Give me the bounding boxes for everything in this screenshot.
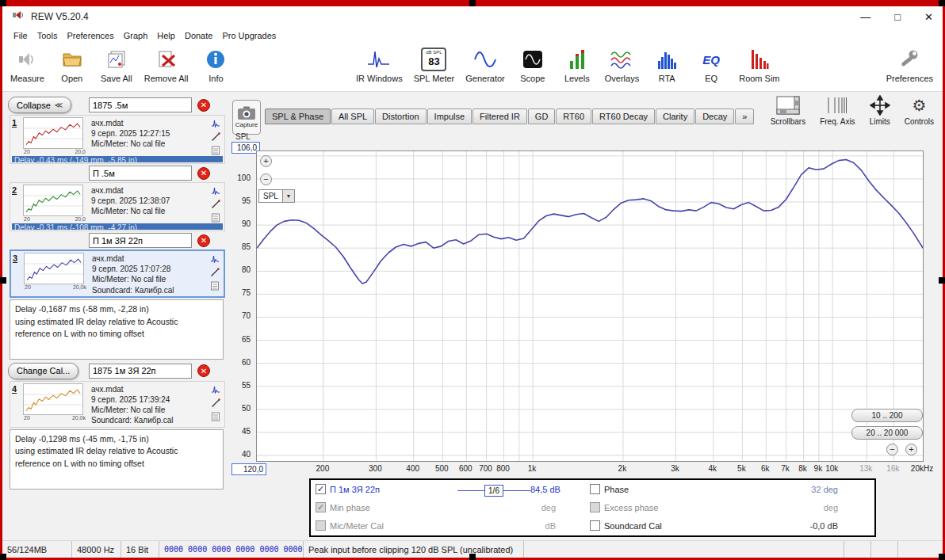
controls-button[interactable]: ⚙ Controls (905, 95, 934, 126)
measurement-4-name-input[interactable] (89, 364, 192, 379)
tab-filtered-ir[interactable]: Filtered IR (472, 109, 527, 124)
tab-more-chevron[interactable]: » (735, 109, 754, 124)
open-button[interactable]: Open (55, 47, 89, 83)
limits-button[interactable]: Limits (870, 95, 890, 126)
save-icon (105, 47, 128, 72)
scrollbars-button[interactable]: Scrollbars (771, 95, 805, 126)
measurement-1-name-input[interactable] (89, 97, 192, 112)
measurement-4-delete-button[interactable]: ✕ (197, 364, 210, 377)
menu-file[interactable]: File (9, 28, 33, 44)
measurement-3-card[interactable]: 3 2020,0k ачх.mdat 9 серп. 2025 17:07:28… (10, 250, 225, 298)
ir-window-icon[interactable] (211, 186, 220, 196)
capture-handle[interactable] (939, 277, 945, 284)
range-10-200-button[interactable]: 10 .. 200 (851, 409, 923, 422)
soundcard-cal-checkbox[interactable] (590, 520, 600, 531)
tab-gd[interactable]: GD (528, 109, 556, 124)
info-icon (205, 47, 227, 72)
trace-type-select[interactable]: SPL ▼ (258, 189, 295, 203)
min-phase-checkbox[interactable]: ✓ (316, 502, 326, 512)
overlays-button[interactable]: Overlays (605, 47, 639, 83)
measure-button[interactable]: Measure (10, 47, 44, 83)
capture-button[interactable]: Capture (232, 100, 261, 135)
trace-checkbox[interactable]: ✓ (316, 484, 326, 494)
y-zoom-out-button[interactable]: − (260, 173, 272, 185)
notes-icon[interactable] (210, 281, 220, 291)
capture-handle[interactable] (469, 554, 476, 560)
freq-axis-button[interactable]: Freq. Axis (820, 95, 855, 126)
smoothing-control[interactable]: 1/6 (457, 485, 530, 497)
soundcard-cal-label: Soundcard Cal (604, 521, 662, 531)
tab-rt60[interactable]: RT60 (556, 109, 591, 124)
preferences-button[interactable]: Preferences (886, 47, 933, 83)
measurement-2-info: ачх.mdat 9 серп. 2025 12:38:07 Mic/Meter… (86, 185, 209, 223)
capture-handle[interactable] (939, 554, 945, 560)
tab-distortion[interactable]: Distortion (375, 109, 426, 124)
rta-button[interactable]: RTA (650, 47, 683, 83)
minimize-button[interactable]: — (860, 11, 870, 23)
measurement-3-name-input[interactable] (89, 233, 192, 248)
menu-preferences[interactable]: Preferences (62, 28, 118, 44)
collapse-button[interactable]: Collapse≪ (8, 97, 71, 113)
menu-graph[interactable]: Graph (119, 28, 153, 44)
notes-icon[interactable] (211, 412, 220, 421)
measurement-2-name-input[interactable] (89, 166, 192, 181)
status-empty-cell (898, 541, 943, 558)
slope-icon[interactable] (211, 200, 220, 209)
generator-button[interactable]: Generator (465, 47, 505, 83)
phase-value: 32 deg (755, 485, 838, 494)
capture-handle[interactable] (939, 0, 945, 6)
x-zoom-out-button[interactable]: − (886, 444, 898, 455)
measurement-2-delete-button[interactable]: ✕ (197, 167, 210, 180)
levels-button[interactable]: Levels (560, 47, 594, 83)
ir-window-icon[interactable] (210, 254, 220, 264)
excess-phase-checkbox[interactable] (590, 502, 600, 512)
info-button[interactable]: Info (199, 47, 232, 83)
menu-tools[interactable]: Tools (33, 28, 63, 44)
ir-window-icon[interactable] (211, 119, 220, 128)
measurement-3-delete-button[interactable]: ✕ (197, 234, 210, 247)
slope-icon[interactable] (211, 398, 220, 408)
measurement-2-card[interactable]: 2 2020,0 ачх.mdat 9 серп. 2025 12:38:07 … (10, 182, 225, 231)
capture-handle[interactable] (0, 277, 6, 284)
eq-button[interactable]: EQ EQ (694, 47, 728, 83)
smoothing-value[interactable]: 1/6 (484, 485, 503, 497)
capture-handle[interactable] (0, 0, 6, 6)
spl-plot-area[interactable] (256, 150, 924, 462)
room-sim-button[interactable]: Room Sim (739, 47, 779, 83)
measurement-4-card[interactable]: 4 2020,0k ачх.mdat 9 серп. 2025 17:39:24… (10, 381, 225, 428)
maximize-button[interactable]: □ (894, 11, 901, 23)
save-all-button[interactable]: Save All (100, 47, 133, 83)
phase-checkbox[interactable] (590, 484, 600, 494)
y-zoom-in-button[interactable]: + (260, 155, 272, 167)
measurement-1-delete-button[interactable]: ✕ (197, 99, 210, 112)
tab-decay[interactable]: Decay (695, 109, 734, 124)
remove-all-button[interactable]: Remove All (144, 47, 189, 83)
scope-button[interactable]: Scope (516, 47, 549, 83)
capture-handle[interactable] (0, 554, 6, 560)
ir-windows-button[interactable]: IR Windows (356, 47, 403, 83)
slope-icon[interactable] (211, 132, 220, 142)
range-20-20000-button[interactable]: 20 .. 20 000 (851, 426, 923, 440)
tab-clarity[interactable]: Clarity (656, 109, 694, 124)
y-tick-label: 45 (242, 427, 251, 436)
capture-handle[interactable] (469, 0, 476, 6)
x-zoom-in-button[interactable]: + (905, 444, 917, 455)
menu-pro-upgrades[interactable]: Pro Upgrades (217, 28, 281, 44)
mic-cal-checkbox[interactable] (316, 520, 326, 531)
slope-icon[interactable] (210, 268, 220, 277)
title-bar: REW V5.20.4 — □ ✕ (2, 6, 943, 27)
notes-icon[interactable] (211, 213, 220, 223)
tab-spl-phase[interactable]: SPL & Phase (265, 109, 331, 124)
measurement-1-card[interactable]: 1 2020,0 ачх.mdat 9 серп. 2025 12:27:15 … (10, 115, 225, 164)
chevron-down-icon: ▼ (282, 190, 294, 202)
tab-all-spl[interactable]: All SPL (331, 109, 374, 124)
ir-window-icon[interactable] (211, 385, 220, 394)
close-button[interactable]: ✕ (924, 11, 933, 23)
tab-rt60-decay[interactable]: RT60 Decay (592, 109, 655, 124)
menu-donate[interactable]: Donate (180, 28, 217, 44)
spl-meter-button[interactable]: dB SPL83 SPL Meter (414, 47, 455, 83)
tab-impulse[interactable]: Impulse (427, 109, 472, 124)
change-cal-button[interactable]: Change Cal... (8, 363, 78, 379)
menu-help[interactable]: Help (152, 28, 180, 44)
notes-icon[interactable] (211, 146, 220, 155)
